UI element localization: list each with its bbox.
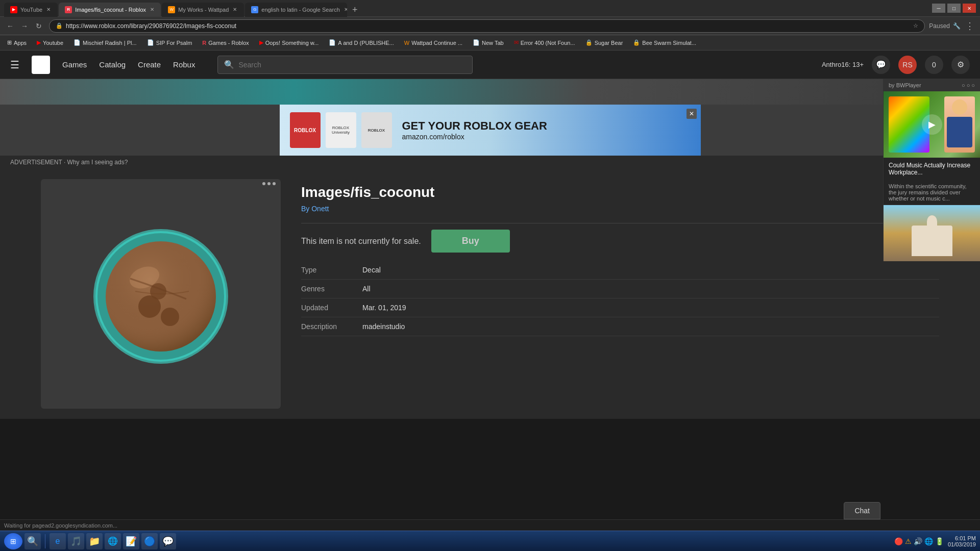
ad-text: GET YOUR ROBLOX GEAR amazon.com/roblox <box>402 119 547 141</box>
volume-icon[interactable]: 🔊 <box>914 537 922 545</box>
bookmark-aand[interactable]: 📄 A and D (PUBLISHE... <box>326 38 397 47</box>
type-value: Decal <box>362 266 381 274</box>
buy-button[interactable]: Buy <box>431 230 510 253</box>
tab-roblox[interactable]: R Images/fis_coconut - Roblox ✕ <box>59 3 161 17</box>
tab-wattpad-close[interactable]: ✕ <box>232 6 238 13</box>
sugarbear-label: Sugar Bear <box>595 40 623 46</box>
ad-close-button[interactable]: ✕ <box>687 109 697 119</box>
bookmark-oops[interactable]: ▶ Oops! Something w... <box>256 38 322 47</box>
bookmark-beeswarm[interactable]: 🔒 Bee Swarm Simulat... <box>630 38 699 47</box>
newtab-icon: 📄 <box>473 39 480 46</box>
taskbar-folder[interactable]: 📁 <box>86 533 103 549</box>
star-icon[interactable]: ☆ <box>913 22 918 29</box>
tab-roblox-close[interactable]: ✕ <box>149 6 155 13</box>
taskbar-skype[interactable]: 💬 <box>160 533 176 549</box>
bookmark-youtube[interactable]: ▶ Youtube <box>34 38 66 47</box>
youtube-bookmark-icon: ▶ <box>37 39 41 46</box>
maximize-button[interactable]: □ <box>947 4 961 13</box>
roblox-logo-text: R <box>37 58 45 71</box>
taskbar-media[interactable]: 🎵 <box>68 533 84 549</box>
tab-google[interactable]: G english to latin - Google Search ✕ <box>245 3 347 17</box>
roblox-navbar: ☰ R Games Catalog Create Robux 🔍 Anthro1… <box>0 51 980 79</box>
notif-icon[interactable]: 0 <box>925 56 943 74</box>
item-meta: Type Decal Genres All Updated Mar. 01, 2… <box>301 261 939 336</box>
ad-shirts: ROBLOX ROBLOXUniversity ROBLOX <box>290 112 392 148</box>
author-link[interactable]: Onett <box>311 205 329 213</box>
roblox-logo[interactable]: R <box>32 56 50 74</box>
search-input[interactable] <box>238 61 466 69</box>
start-button[interactable]: ⊞ <box>4 533 22 549</box>
browser-titlebar: ▶ YouTube ✕ R Images/fis_coconut - Roblo… <box>0 0 980 17</box>
type-label: Type <box>301 266 362 274</box>
close-button[interactable]: ✕ <box>963 4 976 13</box>
ad-label-bar: ADVERTISEMENT · Why am I seeing ads? Rep… <box>0 156 980 169</box>
svg-point-4 <box>161 308 179 326</box>
back-button[interactable]: ← <box>4 20 16 32</box>
minimize-button[interactable]: ─ <box>932 4 945 13</box>
nav-catalog[interactable]: Catalog <box>99 60 126 69</box>
roblox-search-box[interactable]: 🔍 <box>217 56 473 74</box>
video-thumbnail[interactable]: ▶ <box>884 91 980 158</box>
bookmark-sugarbear[interactable]: 🔒 Sugar Bear <box>582 38 626 47</box>
extensions-area: 🔧 <box>953 22 961 30</box>
wattpad-label: Wattpad Continue ... <box>411 40 462 46</box>
updated-label: Updated <box>301 304 362 312</box>
taskbar-word[interactable]: 📝 <box>123 533 139 549</box>
ad-label-text: ADVERTISEMENT · Why am I seeing ads? <box>10 159 128 166</box>
item-details: Images/fis_coconut By Onett This item is… <box>301 179 939 409</box>
settings-button[interactable]: ⋮ <box>964 20 976 32</box>
status-text: Waiting for pagead2.googlesyndication.co… <box>4 522 117 529</box>
bookmark-sip[interactable]: 📄 SIP For Psalm <box>144 38 195 47</box>
address-bar: ← → ↻ 🔒 https://www.roblox.com/library/2… <box>0 17 980 35</box>
url-box[interactable]: 🔒 https://www.roblox.com/library/2908769… <box>49 19 925 33</box>
bookmark-apps[interactable]: ⊞ Apps <box>4 38 30 47</box>
tab-wattpad[interactable]: W My Works - Wattpad ✕ <box>162 3 244 17</box>
ad-title: GET YOUR ROBLOX GEAR <box>402 119 547 133</box>
tab-youtube[interactable]: ▶ YouTube ✕ <box>4 3 58 17</box>
hamburger-menu[interactable]: ☰ <box>10 59 19 71</box>
roblox-favicon: R <box>65 6 72 13</box>
google-favicon: G <box>251 6 258 13</box>
second-thumbnail[interactable] <box>884 205 980 261</box>
video-desc: Within the scientific community, the jur… <box>884 180 980 205</box>
new-tab-button[interactable]: + <box>348 4 361 17</box>
chat-nav-icon[interactable]: 💬 <box>872 56 890 74</box>
profile-icon[interactable]: RS <box>898 56 917 74</box>
forward-button[interactable]: → <box>18 20 31 32</box>
taskbar-chrome[interactable]: 🌐 <box>105 533 121 549</box>
item-title: Images/fis_coconut <box>301 184 939 201</box>
bookmark-wattpad[interactable]: W Wattpad Continue ... <box>401 39 465 47</box>
nav-create[interactable]: Create <box>138 60 161 69</box>
sip-label: SIP For Psalm <box>156 40 192 46</box>
paused-label: Paused <box>929 22 950 30</box>
tab-youtube-label: YouTube <box>20 7 42 13</box>
tab-youtube-close[interactable]: ✕ <box>45 6 52 13</box>
item-content: Images/fis_coconut By Onett This item is… <box>0 169 980 419</box>
nav-robux[interactable]: Robux <box>173 60 195 69</box>
taskbar-ie[interactable]: e <box>50 533 66 549</box>
reload-button[interactable]: ↻ <box>33 20 45 32</box>
window-controls: ─ □ ✕ <box>932 4 976 13</box>
bookmark-newtab[interactable]: 📄 New Tab <box>470 38 507 47</box>
bookmark-games-roblox[interactable]: R Games - Roblox <box>199 39 252 47</box>
network-icon[interactable]: 🌐 <box>924 537 933 545</box>
taskbar-clock[interactable]: 6:01 PM 01/03/2019 <box>948 535 976 547</box>
tab-roblox-label: Images/fis_coconut - Roblox <box>75 7 146 13</box>
meta-updated: Updated Mar. 01, 2019 <box>301 298 939 317</box>
settings-nav-icon[interactable]: ⚙ <box>951 56 970 74</box>
side-panel-header: by BWPlayer ○ ○ ○ <box>884 79 980 91</box>
not-for-sale-text: This item is not currently for sale. <box>301 237 421 246</box>
nav-games[interactable]: Games <box>62 60 87 69</box>
taskbar-search[interactable]: 🔍 <box>24 533 41 549</box>
meta-genres: Genres All <box>301 280 939 298</box>
dot1 <box>262 182 265 185</box>
tab-google-close[interactable]: ✕ <box>343 6 348 13</box>
chat-button[interactable]: Chat <box>844 502 880 519</box>
taskbar-divider-1 <box>45 534 45 548</box>
battery-icon[interactable]: 🔋 <box>935 537 944 545</box>
taskbar-app1[interactable]: 🔵 <box>141 533 158 549</box>
play-button[interactable]: ▶ <box>922 114 942 135</box>
bookmark-mischief[interactable]: 📄 Mischief Radish | Pl... <box>70 38 140 47</box>
person-head <box>952 99 967 115</box>
bookmark-error[interactable]: ✉ Error 400 (Not Foun... <box>511 38 578 47</box>
